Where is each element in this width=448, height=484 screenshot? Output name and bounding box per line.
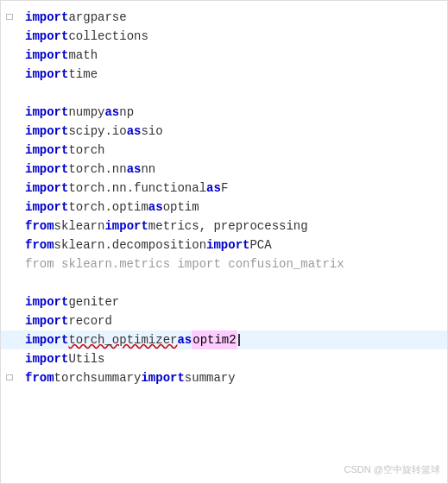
code-token: from [25, 236, 54, 255]
code-token: import [25, 198, 68, 217]
code-token: sklearn.decomposition [54, 236, 206, 255]
code-token: as [206, 179, 221, 198]
alias-highlighted: optim2 [192, 330, 237, 349]
code-token: optim [163, 198, 199, 217]
line-gutter [1, 179, 18, 198]
code-token: time [68, 65, 98, 84]
code-line: import record [1, 311, 447, 330]
code-token: torch.nn.functional [68, 179, 206, 198]
code-token: from [25, 368, 54, 387]
keyword-as: as [177, 330, 192, 349]
code-token: torchsummary [54, 368, 142, 387]
code-token: np [119, 103, 134, 122]
code-token: import [141, 368, 184, 387]
code-token: import [25, 8, 68, 27]
code-token: argparse [68, 8, 126, 27]
code-line [1, 273, 447, 292]
code-token: torch [68, 141, 104, 160]
code-line: import torch_optimizer as optim2 [1, 330, 447, 349]
line-gutter [1, 311, 18, 330]
code-token: import [104, 217, 148, 236]
comment-text: from sklearn.metrics import confusion_ma… [25, 255, 344, 273]
code-token: import [25, 160, 68, 179]
code-token: record [68, 311, 111, 330]
line-gutter [1, 84, 18, 103]
line-gutter [1, 46, 18, 65]
code-content: □import argparseimport collectionsimport… [1, 1, 447, 394]
code-token: import [206, 236, 249, 255]
line-gutter: □ [1, 368, 18, 387]
line-gutter [1, 160, 18, 179]
code-token: from [25, 217, 54, 236]
code-token: collections [68, 27, 148, 46]
keyword-import: import [25, 330, 68, 349]
code-token: metrics, preprocessing [148, 217, 308, 236]
code-line: import collections [1, 27, 447, 46]
code-line: □import argparse [1, 8, 447, 27]
line-gutter [1, 122, 18, 141]
code-line: import scipy.io as sio [1, 122, 447, 141]
code-token: summary [185, 368, 236, 387]
code-token: scipy.io [68, 122, 126, 141]
code-token: numpy [68, 103, 104, 122]
code-token: nn [141, 160, 155, 179]
code-token: as [148, 198, 163, 217]
code-line: import numpy as np [1, 103, 447, 122]
code-token: torch.optim [68, 198, 148, 217]
code-token: sio [141, 122, 162, 141]
line-gutter [1, 103, 18, 122]
line-gutter: □ [1, 8, 18, 27]
code-token: Utils [68, 349, 104, 368]
line-gutter [1, 27, 18, 46]
code-line: from sklearn.decomposition import PCA [1, 236, 447, 255]
code-line: from sklearn.metrics import confusion_ma… [1, 255, 447, 273]
text-cursor [238, 334, 240, 346]
code-token: as [104, 103, 119, 122]
code-token: as [127, 160, 142, 179]
module-name-underline: torch_optimizer [68, 330, 177, 349]
code-token: math [68, 46, 98, 65]
code-token: import [25, 122, 68, 141]
line-gutter [1, 330, 18, 349]
code-token: sklearn [54, 217, 105, 236]
line-gutter [1, 349, 18, 368]
code-token: import [25, 179, 68, 198]
code-line [1, 84, 447, 103]
code-token: import [25, 103, 68, 122]
line-gutter [1, 292, 18, 311]
code-token: F [221, 179, 228, 198]
code-line: import Utils [1, 349, 447, 368]
code-line: import torch.nn.functional as F [1, 179, 447, 198]
code-token: torch.nn [68, 160, 126, 179]
code-line: import geniter [1, 292, 447, 311]
code-line: from sklearn import metrics, preprocessi… [1, 217, 447, 236]
code-line: import torch.optim as optim [1, 198, 447, 217]
line-gutter [1, 236, 18, 255]
code-token: import [25, 349, 68, 368]
code-token: as [127, 122, 142, 141]
code-token: geniter [68, 292, 119, 311]
line-gutter [1, 255, 18, 273]
code-token: import [25, 65, 68, 84]
code-token: import [25, 27, 68, 46]
code-line: import time [1, 65, 447, 84]
code-token: import [25, 46, 68, 65]
code-line: import math [1, 46, 447, 65]
line-gutter [1, 217, 18, 236]
code-token: import [25, 292, 68, 311]
code-line: import torch [1, 141, 447, 160]
line-gutter [1, 198, 18, 217]
line-gutter [1, 65, 18, 84]
code-token: PCA [249, 236, 271, 255]
line-gutter [1, 273, 18, 292]
code-line: import torch.nn as nn [1, 160, 447, 179]
code-token: import [25, 141, 68, 160]
code-editor: □import argparseimport collectionsimport… [0, 0, 448, 484]
code-token: import [25, 311, 68, 330]
watermark: CSDN @空中旋转篮球 [344, 463, 440, 476]
code-line: □from torchsummary import summary [1, 368, 447, 387]
line-gutter [1, 141, 18, 160]
